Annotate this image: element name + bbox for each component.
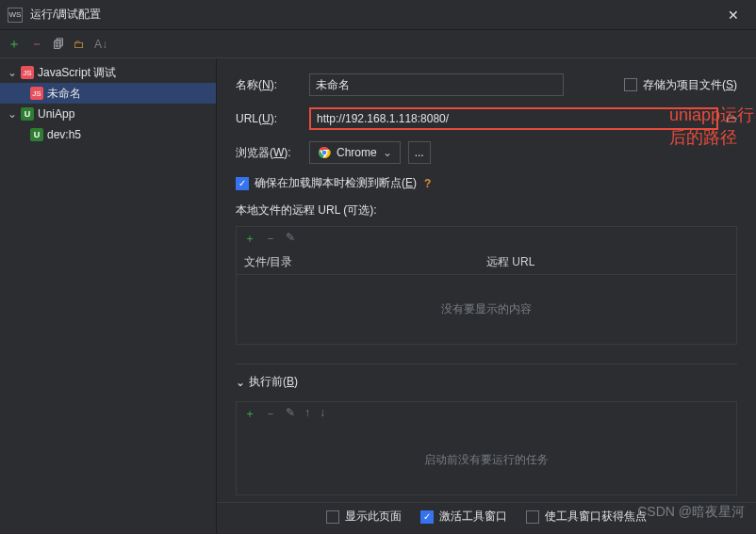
- tree-item-devh5[interactable]: U dev:h5: [0, 124, 216, 145]
- remote-url-table: ＋ － ✎ 文件/目录 远程 URL 没有要显示的内容: [236, 226, 737, 345]
- config-toolbar: ＋ － 🗐 🗀 A↓: [0, 30, 756, 58]
- table-headers: 文件/目录 远程 URL: [237, 251, 736, 275]
- sort-icon[interactable]: A↓: [94, 38, 107, 51]
- activate-tool-checkbox[interactable]: 激活工具窗口: [420, 509, 507, 525]
- edit-icon: ✎: [286, 231, 295, 247]
- tree-item-label: dev:h5: [47, 128, 81, 141]
- before-launch-header[interactable]: ⌄ 执行前(B): [236, 374, 737, 390]
- tree-group-label: UniApp: [38, 107, 74, 121]
- activate-tool-label: 激活工具窗口: [439, 509, 507, 525]
- browser-label: 浏览器(W):: [236, 145, 302, 161]
- checkbox-icon[interactable]: [526, 510, 539, 524]
- svg-point-1: [322, 151, 327, 155]
- tree-group-js-debug[interactable]: ⌄ JS JavaScript 调试: [0, 62, 216, 83]
- add-icon[interactable]: ＋: [8, 36, 21, 53]
- add-icon[interactable]: ＋: [244, 231, 255, 247]
- col-remote-url: 远程 URL: [486, 254, 729, 270]
- name-label: 名称(N):: [236, 77, 302, 93]
- before-launch-toolbar: ＋ － ✎ ↑ ↓: [237, 402, 736, 426]
- url-row: URL(U): 🗁: [236, 107, 737, 130]
- before-launch-panel: ＋ － ✎ ↑ ↓ 启动前没有要运行的任务: [236, 401, 737, 495]
- col-file-dir: 文件/目录: [244, 254, 486, 270]
- chevron-down-icon: ⌄: [383, 146, 392, 159]
- remove-icon: －: [265, 406, 276, 422]
- sidebar: ⌄ JS JavaScript 调试 JS 未命名 ⌄ U UniApp U d…: [0, 58, 217, 534]
- edit-icon: ✎: [286, 406, 295, 422]
- titlebar: WS 运行/调试配置 ✕: [0, 0, 756, 30]
- browser-row: 浏览器(W): Chrome ⌄ ...: [236, 141, 737, 164]
- table-toolbar: ＋ － ✎: [237, 227, 736, 251]
- checkbox-icon[interactable]: [236, 177, 249, 190]
- save-as-project-label: 存储为项目文件(S): [643, 77, 737, 93]
- before-launch-label: 执行前(B): [249, 374, 298, 390]
- tree-item-unnamed[interactable]: JS 未命名: [0, 83, 216, 104]
- show-page-label: 显示此页面: [345, 509, 402, 525]
- browser-select[interactable]: Chrome ⌄: [309, 141, 401, 164]
- js-debug-icon: JS: [21, 66, 34, 79]
- save-as-project-checkbox[interactable]: 存储为项目文件(S): [624, 77, 737, 93]
- add-icon[interactable]: ＋: [244, 406, 255, 422]
- checkbox-icon[interactable]: [624, 78, 637, 91]
- remove-icon[interactable]: －: [30, 36, 43, 53]
- folder-icon[interactable]: 🗀: [74, 38, 85, 51]
- js-debug-icon: JS: [30, 87, 43, 100]
- breakpoint-label: 确保在加载脚本时检测到断点(E): [255, 175, 417, 191]
- name-input[interactable]: [309, 73, 564, 96]
- chevron-down-icon: ⌄: [8, 107, 17, 121]
- show-page-checkbox[interactable]: 显示此页面: [326, 509, 402, 525]
- name-row: 名称(N): 存储为项目文件(S): [236, 73, 737, 96]
- close-icon[interactable]: ✕: [718, 8, 748, 23]
- tree-group-uniapp[interactable]: ⌄ U UniApp: [0, 104, 216, 124]
- browser-more-button[interactable]: ...: [408, 141, 431, 164]
- main-area: ⌄ JS JavaScript 调试 JS 未命名 ⌄ U UniApp U d…: [0, 58, 756, 534]
- breakpoint-row: 确保在加载脚本时检测到断点(E) ?: [236, 175, 737, 191]
- chevron-down-icon: ⌄: [8, 66, 17, 79]
- before-launch-empty: 启动前没有要运行的任务: [237, 426, 736, 494]
- config-form: uniapp运行后的路径 名称(N): 存储为项目文件(S) URL(U): 🗁…: [217, 58, 756, 534]
- table-empty-text: 没有要显示的内容: [237, 275, 736, 344]
- browser-value: Chrome: [337, 146, 377, 159]
- app-icon: WS: [8, 8, 23, 23]
- window-title: 运行/调试配置: [30, 7, 718, 23]
- url-label: URL(U):: [236, 112, 302, 125]
- uniapp-icon: U: [30, 128, 43, 141]
- annotation-text: uniapp运行后的路径: [669, 104, 756, 149]
- remove-icon: －: [265, 231, 276, 247]
- focus-tool-label: 使工具窗口获得焦点: [545, 509, 647, 525]
- tree-item-label: 未命名: [47, 86, 81, 102]
- tree-group-label: JavaScript 调试: [38, 65, 116, 81]
- before-launch-section: ⌄ 执行前(B) ＋ － ✎ ↑ ↓ 启动前没有要运行的任务: [236, 364, 737, 495]
- breakpoint-checkbox[interactable]: 确保在加载脚本时检测到断点(E): [236, 175, 417, 191]
- focus-tool-checkbox[interactable]: 使工具窗口获得焦点: [526, 509, 647, 525]
- watermark-text: CSDN @暗夜星河: [637, 504, 745, 521]
- checkbox-icon[interactable]: [420, 510, 434, 524]
- copy-icon[interactable]: 🗐: [53, 38, 64, 51]
- up-icon: ↑: [304, 406, 310, 422]
- checkbox-icon[interactable]: [326, 510, 339, 524]
- uniapp-icon: U: [21, 107, 34, 121]
- url-input[interactable]: [309, 107, 718, 130]
- down-icon: ↓: [320, 406, 325, 422]
- help-icon[interactable]: ?: [424, 177, 431, 190]
- remote-url-section-label: 本地文件的远程 URL (可选):: [236, 202, 737, 218]
- chrome-icon: [318, 146, 331, 159]
- chevron-down-icon: ⌄: [236, 376, 245, 389]
